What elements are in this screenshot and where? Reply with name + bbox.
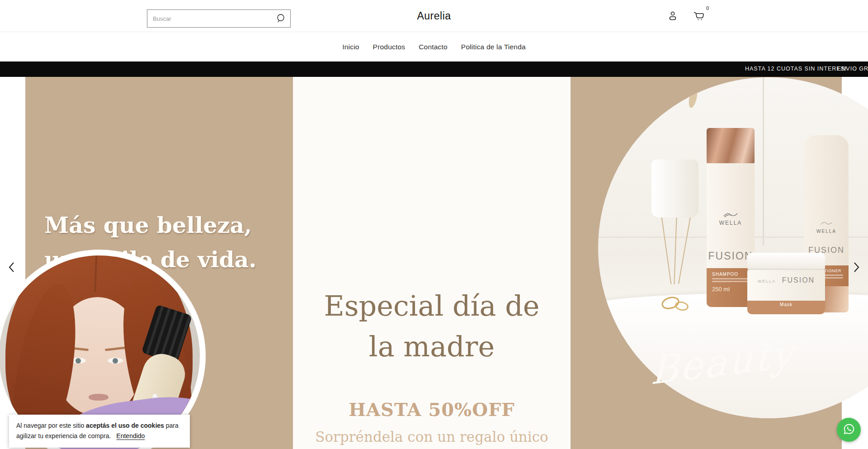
brand-title: Aurelia [417, 10, 451, 22]
cart-count-badge: 0 [706, 5, 709, 11]
model-face-decor [108, 358, 123, 364]
vase-decor [651, 160, 698, 217]
search-input[interactable] [147, 15, 271, 22]
mask-jar-lid [747, 253, 825, 270]
label-line-decor [712, 278, 749, 279]
model-face-decor [105, 347, 126, 351]
dried-grass-decor [678, 217, 691, 284]
nav-item-inicio[interactable]: Inicio [342, 43, 359, 51]
hero-title-line2: la madre [293, 326, 571, 367]
tile-grout-decor [763, 77, 764, 246]
hero-title: Especial día de la madre [293, 286, 571, 367]
label-line-decor [712, 281, 749, 282]
wella-logo-text: WELLA [816, 229, 836, 234]
hero-subtitle: Sorpréndela con un regalo único [293, 429, 571, 445]
header-icons: 0 [665, 9, 706, 24]
cookie-text: Al navegar por este sitio [16, 422, 86, 429]
wella-logo-text: WELLA [719, 220, 742, 226]
announcement-bar: HASTA 12 CUOTAS SIN INTERES! ENVIO GRAT [0, 61, 868, 77]
search-icon [276, 13, 286, 24]
carousel-prev-button[interactable] [4, 260, 19, 275]
fusion-logo-text: FUSION [782, 276, 815, 284]
main-nav: Inicio Productos Contacto Politica de la… [0, 32, 868, 61]
mask-jar: WELLA FUSION Mask [747, 253, 825, 314]
hero-carousel: Especial día de la madre HASTA 50%OFF So… [0, 77, 868, 449]
cart-button[interactable]: 0 [692, 9, 706, 24]
announcement-message: ENVIO GRAT [837, 66, 868, 72]
site-header: Aurelia 0 [0, 0, 868, 32]
mask-label-text: Mask [747, 301, 825, 314]
chevron-left-icon [7, 261, 15, 274]
search-button[interactable] [271, 10, 290, 27]
account-icon [667, 10, 679, 23]
promo-text: HASTA 50%OFF [293, 399, 571, 420]
model-face-decor [89, 394, 108, 401]
hero-left-title-line1: Más que belleza, [44, 208, 256, 242]
shampoo-cap [707, 128, 755, 163]
hero-title-line1: Especial día de [293, 286, 571, 326]
fusion-logo-text: FUSION [708, 250, 753, 262]
carousel-next-button[interactable] [849, 260, 864, 275]
announcement-message: HASTA 12 CUOTAS SIN INTERES! [745, 66, 847, 72]
dried-grass-decor [674, 217, 677, 284]
cookie-banner: Al navegar por este sitio aceptás el uso… [9, 415, 190, 448]
dried-grass-decor [661, 217, 672, 284]
whatsapp-icon [842, 422, 856, 437]
chevron-right-icon [853, 261, 861, 274]
nav-item-politica[interactable]: Politica de la Tienda [461, 43, 526, 51]
whatsapp-button[interactable] [837, 418, 861, 442]
hero-center-panel: Especial día de la madre HASTA 50%OFF So… [293, 77, 571, 449]
nav-item-productos[interactable]: Productos [373, 43, 406, 51]
wella-logo-text: WELLA [758, 279, 776, 284]
account-button[interactable] [665, 9, 680, 24]
cookie-accept-link[interactable]: Entendido [116, 432, 145, 440]
search-box[interactable] [147, 9, 291, 28]
cookie-text-bold: aceptás el uso de cookies [86, 422, 164, 429]
cart-icon [693, 10, 705, 23]
nav-item-contacto[interactable]: Contacto [419, 43, 448, 51]
